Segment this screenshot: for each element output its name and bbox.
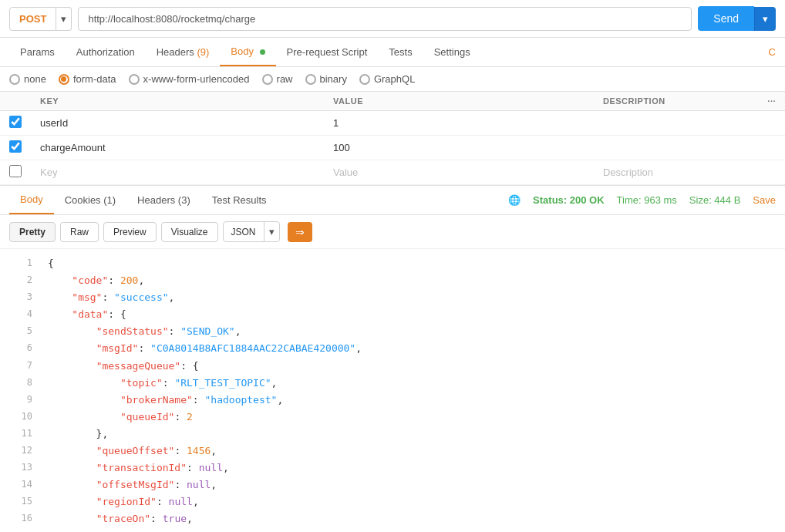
option-graphql-label: GraphQL xyxy=(374,73,415,85)
col-key: KEY xyxy=(31,92,324,111)
code-toolbar: Pretty Raw Preview Visualize JSON ▾ ⇒ xyxy=(0,215,785,249)
format-label: JSON xyxy=(224,223,264,241)
row3-key-placeholder[interactable]: Key xyxy=(31,160,324,185)
time-text: Time: 963 ms xyxy=(617,194,677,206)
size-text: Size: 444 B xyxy=(689,194,741,206)
response-status: 🌐 Status: 200 OK Time: 963 ms Size: 444 … xyxy=(508,194,776,206)
row3-desc-placeholder[interactable]: Description xyxy=(594,160,758,185)
radio-urlencoded-circle xyxy=(129,74,140,85)
row1-checkbox[interactable] xyxy=(9,116,22,128)
send-button[interactable]: Send xyxy=(698,6,754,31)
visualize-button[interactable]: Visualize xyxy=(161,222,218,242)
code-line-8: 8 "topic": "RLT_TEST_TOPIC", xyxy=(0,375,785,392)
code-line-3: 3 "msg": "success", xyxy=(0,289,785,306)
code-line-7: 7 "messageQueue": { xyxy=(0,358,785,375)
option-form-data[interactable]: form-data xyxy=(59,73,116,85)
tab-params[interactable]: Params xyxy=(9,39,66,66)
wrap-button[interactable]: ⇒ xyxy=(288,222,312,242)
tab-authorization[interactable]: Authorization xyxy=(66,39,146,66)
response-tab-test-results[interactable]: Test Results xyxy=(201,187,278,214)
code-line-17: 17 "localTransactionState": "COMMIT_MESS… xyxy=(0,528,785,533)
row2-checkbox[interactable] xyxy=(9,140,22,153)
code-line-5: 5 "sendStatus": "SEND_OK", xyxy=(0,323,785,340)
method-label: POST xyxy=(19,13,46,25)
row2-checkbox-cell xyxy=(0,136,31,160)
code-line-13: 13 "transactionId": null, xyxy=(0,460,785,476)
code-line-14: 14 "offsetMsgId": null, xyxy=(0,476,785,493)
form-data-table: KEY VALUE DESCRIPTION ··· userId 1 cha xyxy=(0,92,785,185)
line-num-6: 6 xyxy=(9,340,32,357)
radio-binary-circle xyxy=(305,74,316,85)
code-line-9: 9 "brokerName": "hadooptest", xyxy=(0,392,785,409)
option-formdata-label: form-data xyxy=(73,73,116,85)
code-line-2: 2 "code": 200, xyxy=(0,272,785,289)
save-link[interactable]: Save xyxy=(753,194,776,206)
row1-desc[interactable] xyxy=(594,111,758,136)
code-line-16: 16 "traceOn": true, xyxy=(0,510,785,527)
option-urlencoded[interactable]: x-www-form-urlencoded xyxy=(129,73,250,85)
line-num-11: 11 xyxy=(9,426,32,443)
response-tab-headers[interactable]: Headers (3) xyxy=(126,187,201,214)
col-description: DESCRIPTION xyxy=(594,92,758,111)
row2-value[interactable]: 100 xyxy=(324,136,594,160)
code-line-6: 6 "msgId": "C0A8014B8AFC1884AAC22CABAE42… xyxy=(0,340,785,357)
line-num-1: 1 xyxy=(9,255,32,272)
code-line-10: 10 "queueId": 2 xyxy=(0,409,785,426)
row3-checkbox[interactable] xyxy=(9,165,22,177)
send-group: Send ▾ xyxy=(698,6,776,31)
table-row-placeholder: Key Value Description xyxy=(0,160,785,185)
tab-pre-request[interactable]: Pre-request Script xyxy=(276,39,379,66)
row1-value[interactable]: 1 xyxy=(324,111,594,136)
option-raw[interactable]: raw xyxy=(262,73,293,85)
code-line-4: 4 "data": { xyxy=(0,306,785,323)
send-dropdown-arrow[interactable]: ▾ xyxy=(754,7,776,31)
url-input[interactable] xyxy=(78,7,692,31)
format-dropdown-arrow[interactable]: ▾ xyxy=(264,222,279,241)
code-line-12: 12 "queueOffset": 1456, xyxy=(0,443,785,460)
line-num-8: 8 xyxy=(9,375,32,392)
code-line-1: 1{ xyxy=(0,255,785,272)
raw-button[interactable]: Raw xyxy=(60,222,99,242)
response-tab-body[interactable]: Body xyxy=(9,186,54,214)
row2-key[interactable]: chargeAmount xyxy=(31,136,324,160)
radio-none-circle xyxy=(9,74,20,85)
line-num-2: 2 xyxy=(9,272,32,289)
nav-right-indicator: C xyxy=(769,46,776,58)
row2-desc[interactable] xyxy=(594,136,758,160)
row1-key[interactable]: userId xyxy=(31,111,324,136)
line-num-9: 9 xyxy=(9,392,32,409)
radio-raw-circle xyxy=(262,74,273,85)
row3-checkbox-cell xyxy=(0,160,31,185)
method-dropdown-arrow[interactable]: ▾ xyxy=(56,7,72,31)
option-binary-label: binary xyxy=(320,73,347,85)
col-value: VALUE xyxy=(324,92,594,111)
preview-button[interactable]: Preview xyxy=(103,222,157,242)
body-options: none form-data x-www-form-urlencoded raw… xyxy=(0,67,785,92)
option-binary[interactable]: binary xyxy=(305,73,347,85)
tab-body[interactable]: Body xyxy=(220,38,275,66)
json-code-view: 1{ 2 "code": 200, 3 "msg": "success", 4 … xyxy=(0,249,785,532)
tab-tests[interactable]: Tests xyxy=(378,39,423,66)
row3-value-placeholder[interactable]: Value xyxy=(324,160,594,185)
row1-checkbox-cell xyxy=(0,111,31,136)
code-line-15: 15 "regionId": null, xyxy=(0,493,785,510)
col-check xyxy=(0,92,31,111)
option-raw-label: raw xyxy=(277,73,293,85)
method-button[interactable]: POST xyxy=(9,7,56,31)
option-none-label: none xyxy=(24,73,46,85)
line-num-3: 3 xyxy=(9,289,32,306)
tab-headers[interactable]: Headers (9) xyxy=(146,39,221,66)
response-tabs-row: Body Cookies (1) Headers (3) Test Result… xyxy=(0,186,785,215)
format-select[interactable]: JSON ▾ xyxy=(223,221,280,242)
response-area: Body Cookies (1) Headers (3) Test Result… xyxy=(0,185,785,532)
line-num-10: 10 xyxy=(9,409,32,426)
line-num-13: 13 xyxy=(9,460,32,476)
radio-formdata-circle xyxy=(59,74,69,85)
pretty-button[interactable]: Pretty xyxy=(9,222,56,242)
response-tab-cookies[interactable]: Cookies (1) xyxy=(54,187,126,214)
line-num-16: 16 xyxy=(9,510,32,527)
line-num-4: 4 xyxy=(9,306,32,323)
option-graphql[interactable]: GraphQL xyxy=(359,73,415,85)
tab-settings[interactable]: Settings xyxy=(423,39,481,66)
option-none[interactable]: none xyxy=(9,73,46,85)
